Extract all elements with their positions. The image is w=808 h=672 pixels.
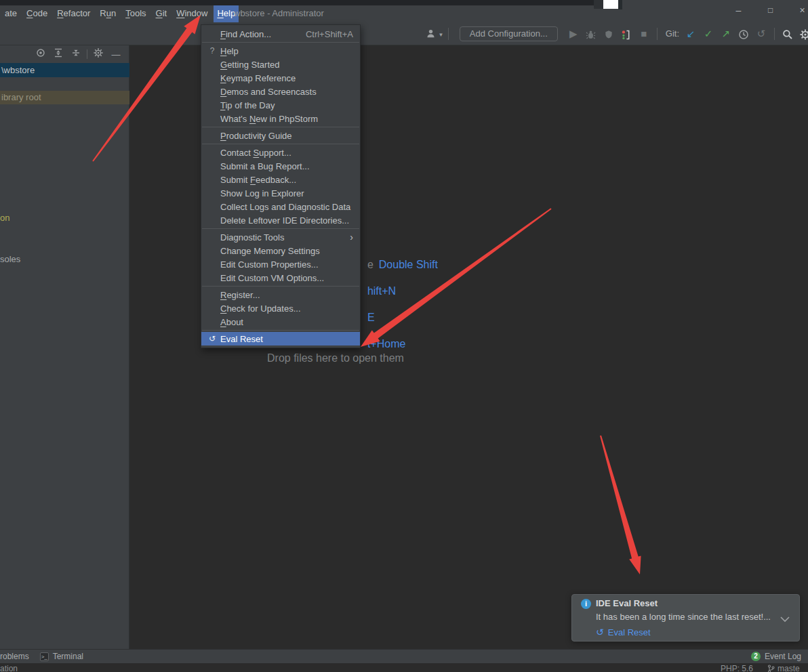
expand-all-icon[interactable] xyxy=(49,48,67,60)
menu-item-edit-custom-vm-options[interactable]: Edit Custom VM Options... xyxy=(201,271,360,285)
history-clock-icon[interactable] xyxy=(735,22,752,45)
eval-reset-notification[interactable]: i IDE Eval Reset It has been a long time… xyxy=(571,594,800,642)
profiler-icon[interactable] xyxy=(618,22,635,45)
menu-item-tip-of-the-day[interactable]: Tip of the Day xyxy=(201,98,360,112)
panel-gear-icon[interactable] xyxy=(89,48,107,60)
submenu-arrow-icon: › xyxy=(350,232,353,242)
menu-separator xyxy=(202,127,359,127)
add-configuration-button[interactable]: Add Configuration... xyxy=(460,26,558,41)
shortcut-line-search-everywhere: eDouble Shift xyxy=(361,247,438,271)
panel-toolbar-separator xyxy=(87,49,87,59)
window-title: wbstore - Administrator xyxy=(234,5,324,22)
menu-item-label: Tip of the Day xyxy=(220,100,275,110)
menu-item-show-log-in-explorer[interactable]: Show Log in Explorer xyxy=(201,186,360,200)
menu-item-demos-and-screencasts[interactable]: Demos and Screencasts xyxy=(201,85,360,98)
git-branch-name[interactable]: maste xyxy=(777,664,800,672)
toolbar-separator xyxy=(448,28,449,40)
run-play-icon[interactable]: ▶ xyxy=(565,22,582,45)
project-panel: — \wbstore ibrary root on soles xyxy=(0,45,129,649)
menu-item-label: Diagnostic Tools xyxy=(220,232,284,243)
shortcut-line-go-to-file: hift+N xyxy=(361,273,396,297)
php-version-indicator[interactable]: PHP: 5.6 xyxy=(721,664,753,672)
collapse-all-icon[interactable] xyxy=(67,48,85,60)
git-branch-icon xyxy=(767,665,775,672)
menu-item-label: Change Memory Settings xyxy=(220,246,320,256)
menu-item-delete-leftover-ide-directories[interactable]: Delete Leftover IDE Directories... xyxy=(201,213,360,227)
hide-panel-icon[interactable]: — xyxy=(107,49,125,60)
annotation-arrow-notification xyxy=(600,436,641,574)
shortcut-line-navigation-bar: t+Home xyxy=(361,326,405,350)
library-root-row[interactable]: ibrary root xyxy=(0,91,129,104)
menu-item-collect-logs-and-diagnostic-data[interactable]: Collect Logs and Diagnostic Data xyxy=(201,200,360,213)
maximize-button[interactable]: □ xyxy=(754,0,786,20)
menu-item-help[interactable]: ?Help xyxy=(201,44,360,58)
reset-icon: ↺ xyxy=(596,627,604,637)
menu-item-label: Submit a Bug Report... xyxy=(220,161,310,171)
git-update-project-icon[interactable]: ↙ xyxy=(682,22,700,45)
menu-refactor[interactable]: Refactor xyxy=(54,5,94,22)
menu-item-submit-feedback[interactable]: Submit Feedback... xyxy=(201,173,360,186)
menu-item-what-s-new-in-phpstorm[interactable]: What's New in PhpStorm xyxy=(201,112,360,125)
tool-window-bar: roblems >_ Terminal 2 Event Log xyxy=(0,649,808,663)
locate-file-icon[interactable] xyxy=(32,48,49,60)
menu-item-about[interactable]: About xyxy=(201,315,360,329)
eval-reset-link[interactable]: ↺Eval Reset xyxy=(596,627,651,637)
menu-item-eval-reset[interactable]: ↺Eval Reset xyxy=(201,332,360,345)
menu-item-label: Edit Custom Properties... xyxy=(220,259,319,270)
menu-item-label: About xyxy=(220,317,243,327)
menu-code[interactable]: Code xyxy=(23,5,51,22)
menu-item-label: Demos and Screencasts xyxy=(220,87,317,97)
shortcut-keys: t+Home xyxy=(367,338,405,350)
expand-chevron-icon[interactable] xyxy=(780,613,790,625)
menu-item-edit-custom-properties[interactable]: Edit Custom Properties... xyxy=(201,257,360,271)
notification-title: IDE Eval Reset xyxy=(596,598,658,608)
menu-item-diagnostic-tools[interactable]: Diagnostic Tools› xyxy=(201,230,360,244)
menu-item-change-memory-settings[interactable]: Change Memory Settings xyxy=(201,244,360,257)
status-bar: ation PHP: 5.6 maste xyxy=(0,664,808,672)
menu-item-submit-a-bug-report[interactable]: Submit a Bug Report... xyxy=(201,159,360,173)
help-menu-dropdown: Find Action...Ctrl+Shift+A?HelpGetting S… xyxy=(201,24,361,348)
debug-bug-icon[interactable] xyxy=(582,22,600,45)
git-push-icon[interactable]: ↗ xyxy=(717,22,735,45)
menu-run[interactable]: Run xyxy=(96,5,119,22)
menu-item-contact-support[interactable]: Contact Support... xyxy=(201,146,360,159)
shortcut-keys: Double Shift xyxy=(379,259,438,270)
menu-tools[interactable]: Tools xyxy=(122,5,149,22)
menu-item-register[interactable]: Register... xyxy=(201,288,360,301)
menu-item-label: Help xyxy=(220,46,239,56)
git-commit-icon[interactable]: ✓ xyxy=(700,22,717,45)
stop-icon[interactable]: ■ xyxy=(635,22,653,45)
menu-item-label: Eval Reset xyxy=(220,334,263,344)
menu-item-productivity-guide[interactable]: Productivity Guide xyxy=(201,129,360,142)
menu-item-check-for-updates[interactable]: Check for Updates... xyxy=(201,301,360,315)
event-log-tab[interactable]: Event Log xyxy=(765,652,801,661)
menu-item-keymap-reference[interactable]: Keymap Reference xyxy=(201,71,360,85)
menu-item-getting-started[interactable]: Getting Started xyxy=(201,58,360,71)
project-root-row[interactable]: \wbstore xyxy=(0,63,129,77)
minimize-button[interactable]: – xyxy=(723,0,754,20)
tree-item-truncated[interactable]: soles xyxy=(0,254,129,264)
run-with-coverage-icon[interactable] xyxy=(600,22,618,45)
menu-git[interactable]: Git xyxy=(153,5,171,22)
rollback-icon[interactable]: ↺ xyxy=(752,22,770,45)
problems-tab[interactable]: roblems xyxy=(0,652,29,661)
menu-item-label: Find Action... xyxy=(220,29,271,39)
search-everywhere-icon[interactable] xyxy=(779,22,796,45)
menu-window[interactable]: Window xyxy=(173,5,211,22)
menubar: ateCodeRefactorRunToolsGitWindowHelp xyxy=(0,5,240,22)
menu-item-label: What's New in PhpStorm xyxy=(220,114,318,124)
question-icon: ? xyxy=(204,46,220,56)
eval-reset-link-label: Eval Reset xyxy=(608,627,651,637)
menu-item-find-action[interactable]: Find Action...Ctrl+Shift+A xyxy=(201,27,360,41)
notification-body: It has been a long time since the last r… xyxy=(596,612,771,622)
user-profile-icon[interactable]: ▼ xyxy=(426,22,444,46)
tree-item-truncated[interactable]: on xyxy=(0,213,129,223)
terminal-tab[interactable]: Terminal xyxy=(53,652,83,661)
shortcut-keys: E xyxy=(367,312,375,323)
terminal-icon: >_ xyxy=(40,652,49,661)
menu-item-label: Getting Started xyxy=(220,60,279,70)
close-button[interactable]: × xyxy=(786,0,808,20)
menu-ate[interactable]: ate xyxy=(1,5,20,22)
settings-gear-icon[interactable] xyxy=(796,22,808,45)
menu-item-label: Contact Support... xyxy=(220,148,291,158)
